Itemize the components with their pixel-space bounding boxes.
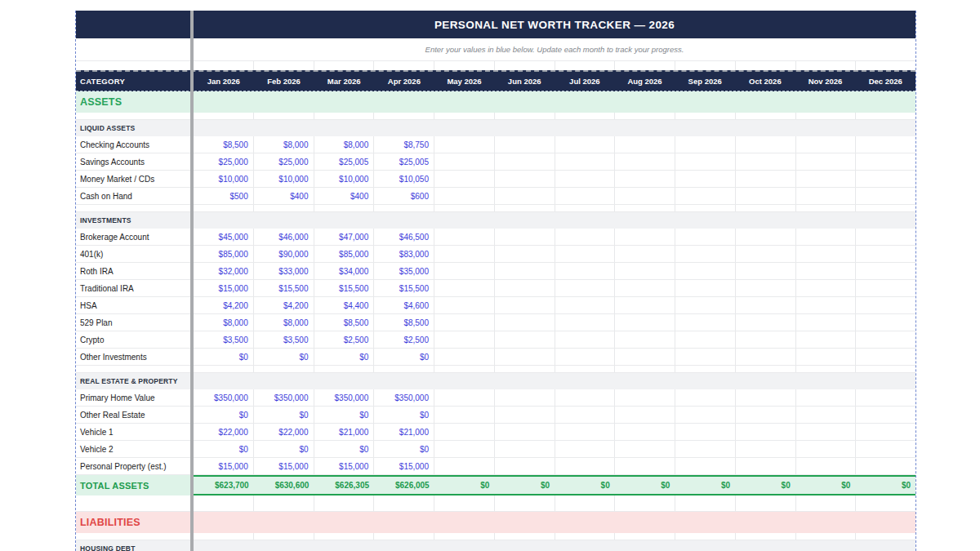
empty-cell[interactable] bbox=[495, 136, 555, 153]
empty-cell[interactable] bbox=[856, 171, 915, 187]
value-cell[interactable]: $34,000 bbox=[314, 263, 375, 279]
empty-cell[interactable] bbox=[495, 229, 555, 245]
empty-cell[interactable] bbox=[615, 389, 675, 406]
empty-cell[interactable] bbox=[495, 331, 555, 348]
empty-cell[interactable] bbox=[675, 297, 736, 313]
value-cell[interactable]: $47,000 bbox=[314, 229, 375, 245]
empty-cell[interactable] bbox=[856, 263, 915, 279]
empty-cell[interactable] bbox=[675, 424, 736, 440]
value-cell[interactable]: $4,600 bbox=[374, 297, 434, 313]
empty-cell[interactable] bbox=[615, 407, 675, 423]
empty-cell[interactable] bbox=[495, 407, 555, 423]
value-cell[interactable]: $15,000 bbox=[374, 458, 434, 474]
empty-cell[interactable] bbox=[495, 424, 555, 440]
empty-cell[interactable] bbox=[434, 280, 495, 296]
empty-cell[interactable] bbox=[434, 314, 495, 331]
empty-cell[interactable] bbox=[675, 136, 736, 153]
empty-cell[interactable] bbox=[495, 389, 555, 406]
value-cell[interactable]: $2,500 bbox=[314, 331, 375, 348]
empty-cell[interactable] bbox=[434, 263, 495, 279]
empty-cell[interactable] bbox=[856, 297, 915, 313]
value-cell[interactable]: $0 bbox=[254, 349, 314, 365]
empty-cell[interactable] bbox=[736, 280, 796, 296]
empty-cell[interactable] bbox=[856, 424, 915, 440]
empty-cell[interactable] bbox=[615, 188, 675, 204]
empty-cell[interactable] bbox=[555, 441, 616, 457]
empty-cell[interactable] bbox=[856, 314, 915, 331]
empty-cell[interactable] bbox=[495, 349, 555, 365]
value-cell[interactable]: $0 bbox=[254, 441, 314, 457]
empty-cell[interactable] bbox=[495, 280, 555, 296]
empty-cell[interactable] bbox=[736, 153, 796, 170]
value-cell[interactable]: $400 bbox=[254, 188, 314, 204]
empty-cell[interactable] bbox=[555, 424, 616, 440]
empty-cell[interactable] bbox=[856, 331, 915, 348]
empty-cell[interactable] bbox=[856, 153, 915, 170]
empty-cell[interactable] bbox=[555, 458, 616, 474]
empty-cell[interactable] bbox=[675, 153, 736, 170]
empty-cell[interactable] bbox=[796, 458, 857, 474]
value-cell[interactable]: $21,000 bbox=[374, 424, 434, 440]
value-cell[interactable]: $0 bbox=[374, 441, 434, 457]
value-cell[interactable]: $15,500 bbox=[314, 280, 375, 296]
value-cell[interactable]: $600 bbox=[374, 188, 434, 204]
value-cell[interactable]: $350,000 bbox=[254, 389, 314, 406]
empty-cell[interactable] bbox=[736, 331, 796, 348]
empty-cell[interactable] bbox=[434, 424, 495, 440]
empty-cell[interactable] bbox=[615, 458, 675, 474]
empty-cell[interactable] bbox=[736, 171, 796, 187]
empty-cell[interactable] bbox=[796, 314, 857, 331]
empty-cell[interactable] bbox=[736, 349, 796, 365]
empty-cell[interactable] bbox=[555, 153, 616, 170]
empty-cell[interactable] bbox=[736, 136, 796, 153]
empty-cell[interactable] bbox=[856, 188, 915, 204]
value-cell[interactable]: $0 bbox=[314, 407, 375, 423]
value-cell[interactable]: $8,000 bbox=[254, 136, 314, 153]
empty-cell[interactable] bbox=[434, 389, 495, 406]
empty-cell[interactable] bbox=[736, 424, 796, 440]
empty-cell[interactable] bbox=[615, 441, 675, 457]
empty-cell[interactable] bbox=[736, 389, 796, 406]
empty-cell[interactable] bbox=[434, 331, 495, 348]
value-cell[interactable]: $83,000 bbox=[374, 246, 434, 262]
value-cell[interactable]: $8,000 bbox=[194, 314, 254, 331]
empty-cell[interactable] bbox=[555, 229, 616, 245]
empty-cell[interactable] bbox=[675, 280, 736, 296]
value-cell[interactable]: $4,400 bbox=[314, 297, 375, 313]
empty-cell[interactable] bbox=[736, 246, 796, 262]
value-cell[interactable]: $0 bbox=[314, 349, 375, 365]
empty-cell[interactable] bbox=[675, 171, 736, 187]
value-cell[interactable]: $500 bbox=[194, 188, 254, 204]
empty-cell[interactable] bbox=[555, 331, 616, 348]
value-cell[interactable]: $350,000 bbox=[374, 389, 434, 406]
empty-cell[interactable] bbox=[796, 331, 857, 348]
value-cell[interactable]: $46,000 bbox=[254, 229, 314, 245]
empty-cell[interactable] bbox=[555, 349, 616, 365]
value-cell[interactable]: $3,500 bbox=[194, 331, 254, 348]
empty-cell[interactable] bbox=[555, 263, 616, 279]
value-cell[interactable]: $4,200 bbox=[194, 297, 254, 313]
value-cell[interactable]: $46,500 bbox=[374, 229, 434, 245]
empty-cell[interactable] bbox=[736, 229, 796, 245]
empty-cell[interactable] bbox=[736, 297, 796, 313]
empty-cell[interactable] bbox=[856, 407, 915, 423]
empty-cell[interactable] bbox=[736, 441, 796, 457]
empty-cell[interactable] bbox=[615, 349, 675, 365]
empty-cell[interactable] bbox=[796, 136, 857, 153]
value-cell[interactable]: $8,500 bbox=[314, 314, 375, 331]
empty-cell[interactable] bbox=[434, 136, 495, 153]
value-cell[interactable]: $25,005 bbox=[314, 153, 375, 170]
empty-cell[interactable] bbox=[495, 458, 555, 474]
empty-cell[interactable] bbox=[796, 263, 857, 279]
empty-cell[interactable] bbox=[434, 153, 495, 170]
empty-cell[interactable] bbox=[856, 441, 915, 457]
empty-cell[interactable] bbox=[615, 136, 675, 153]
empty-cell[interactable] bbox=[796, 229, 857, 245]
empty-cell[interactable] bbox=[555, 389, 616, 406]
value-cell[interactable]: $25,000 bbox=[194, 153, 254, 170]
empty-cell[interactable] bbox=[495, 153, 555, 170]
value-cell[interactable]: $15,000 bbox=[254, 458, 314, 474]
empty-cell[interactable] bbox=[555, 280, 616, 296]
empty-cell[interactable] bbox=[555, 297, 616, 313]
empty-cell[interactable] bbox=[555, 136, 616, 153]
